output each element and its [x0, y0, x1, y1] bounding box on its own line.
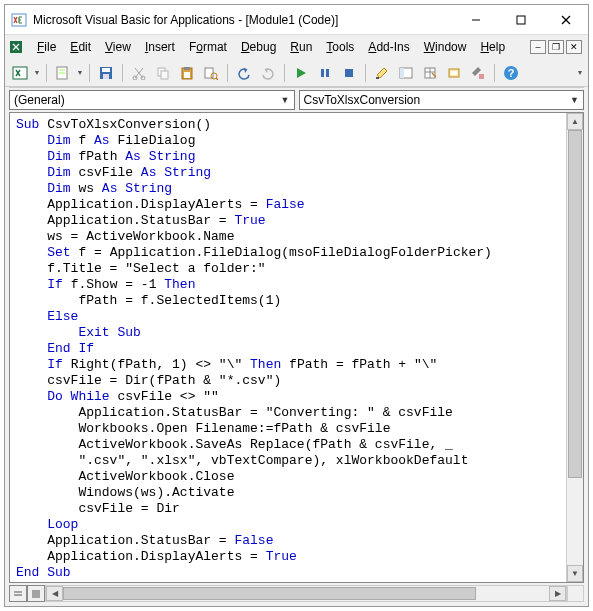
- svg-rect-20: [205, 68, 213, 78]
- menu-file[interactable]: File: [31, 38, 62, 56]
- menu-format[interactable]: Format: [183, 38, 233, 56]
- maximize-button[interactable]: [498, 5, 543, 34]
- separator: [494, 64, 495, 82]
- menu-debug[interactable]: Debug: [235, 38, 282, 56]
- break-button[interactable]: [314, 62, 336, 84]
- svg-rect-24: [326, 69, 329, 77]
- object-browser-button[interactable]: [443, 62, 465, 84]
- separator: [46, 64, 47, 82]
- menu-insert[interactable]: Insert: [139, 38, 181, 56]
- separator: [89, 64, 90, 82]
- menu-window[interactable]: Window: [418, 38, 473, 56]
- project-explorer-button[interactable]: [395, 62, 417, 84]
- procedure-view-tab[interactable]: [9, 585, 27, 602]
- separator: [365, 64, 366, 82]
- scroll-thumb[interactable]: [63, 587, 476, 600]
- reset-button[interactable]: [338, 62, 360, 84]
- save-button[interactable]: [95, 62, 117, 84]
- toolbar: ▼ ▼: [5, 59, 588, 87]
- svg-rect-18: [184, 67, 190, 70]
- redo-button[interactable]: [257, 62, 279, 84]
- vba-editor-window: Microsoft Visual Basic for Applications …: [4, 4, 589, 607]
- separator: [284, 64, 285, 82]
- procedure-combo-value: CsvToXlsxConversion: [304, 93, 421, 107]
- code-text[interactable]: Sub CsvToXlsxConversion() Dim f As FileD…: [10, 113, 566, 582]
- svg-rect-6: [13, 67, 27, 79]
- scroll-corner: [567, 585, 584, 602]
- svg-rect-25: [345, 69, 353, 77]
- chevron-down-icon: ▼: [281, 95, 290, 105]
- design-mode-button[interactable]: [371, 62, 393, 84]
- menu-tools[interactable]: Tools: [320, 38, 360, 56]
- insert-module-button[interactable]: [52, 62, 74, 84]
- object-combo[interactable]: (General) ▼: [9, 90, 295, 110]
- svg-rect-9: [59, 72, 65, 74]
- run-button[interactable]: [290, 62, 312, 84]
- cut-button[interactable]: [128, 62, 150, 84]
- titlebar[interactable]: Microsoft Visual Basic for Applications …: [5, 5, 588, 35]
- horizontal-scrollbar[interactable]: ◀ ▶: [45, 585, 567, 602]
- mdi-close-button[interactable]: ✕: [566, 40, 582, 54]
- window-title: Microsoft Visual Basic for Applications …: [33, 13, 453, 27]
- scroll-right-button[interactable]: ▶: [549, 586, 566, 601]
- minimize-button[interactable]: [453, 5, 498, 34]
- mdi-restore-button[interactable]: ❐: [548, 40, 564, 54]
- chevron-down-icon: ▼: [570, 95, 579, 105]
- menu-edit[interactable]: Edit: [64, 38, 97, 56]
- menu-addins[interactable]: Add-Ins: [362, 38, 415, 56]
- full-module-view-tab[interactable]: [27, 585, 45, 602]
- close-button[interactable]: [543, 5, 588, 34]
- dropdown-icon[interactable]: ▼: [76, 69, 84, 76]
- excel-icon[interactable]: [7, 38, 25, 56]
- svg-text:?: ?: [508, 67, 515, 79]
- separator: [122, 64, 123, 82]
- svg-rect-19: [184, 72, 190, 78]
- vertical-scrollbar[interactable]: ▲ ▼: [566, 113, 583, 582]
- toolbar-overflow-icon[interactable]: ▾: [576, 62, 584, 84]
- scroll-thumb[interactable]: [568, 130, 582, 478]
- svg-rect-16: [161, 71, 168, 79]
- svg-rect-12: [103, 74, 109, 79]
- svg-rect-34: [479, 74, 484, 79]
- svg-rect-33: [451, 71, 457, 75]
- find-button[interactable]: [200, 62, 222, 84]
- menu-run[interactable]: Run: [284, 38, 318, 56]
- procedure-combo[interactable]: CsvToXlsxConversion ▼: [299, 90, 585, 110]
- toolbox-button[interactable]: [467, 62, 489, 84]
- svg-rect-23: [321, 69, 324, 77]
- menu-help[interactable]: Help: [474, 38, 511, 56]
- menubar: File Edit View Insert Format Debug Run T…: [5, 35, 588, 59]
- help-button[interactable]: ?: [500, 62, 522, 84]
- paste-button[interactable]: [176, 62, 198, 84]
- svg-rect-11: [102, 68, 110, 72]
- properties-button[interactable]: [419, 62, 441, 84]
- undo-button[interactable]: [233, 62, 255, 84]
- bottom-bar: ◀ ▶: [9, 585, 584, 602]
- svg-line-22: [216, 78, 218, 80]
- scroll-track[interactable]: [567, 130, 583, 565]
- object-combo-value: (General): [14, 93, 65, 107]
- copy-button[interactable]: [152, 62, 174, 84]
- svg-rect-26: [376, 77, 379, 79]
- separator: [227, 64, 228, 82]
- scroll-track[interactable]: [63, 586, 549, 601]
- scroll-left-button[interactable]: ◀: [46, 586, 63, 601]
- vba-app-icon: [11, 12, 27, 28]
- mdi-minimize-button[interactable]: –: [530, 40, 546, 54]
- menu-view[interactable]: View: [99, 38, 137, 56]
- svg-rect-2: [517, 16, 525, 24]
- scroll-up-button[interactable]: ▲: [567, 113, 583, 130]
- view-excel-button[interactable]: [9, 62, 31, 84]
- code-editor[interactable]: Sub CsvToXlsxConversion() Dim f As FileD…: [9, 112, 584, 583]
- dropdown-icon[interactable]: ▼: [33, 69, 41, 76]
- svg-rect-8: [59, 69, 65, 71]
- scroll-down-button[interactable]: ▼: [567, 565, 583, 582]
- code-pane-combos: (General) ▼ CsvToXlsxConversion ▼: [5, 88, 588, 112]
- svg-rect-28: [400, 68, 404, 78]
